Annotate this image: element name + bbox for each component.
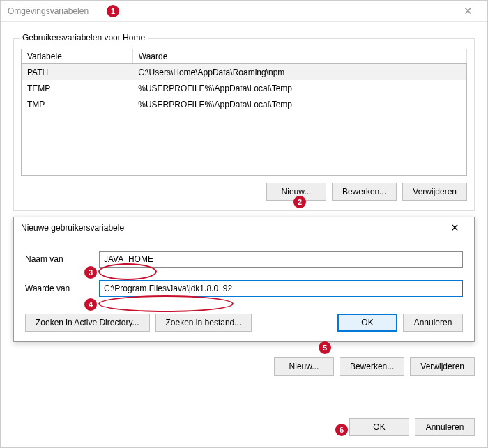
new-button[interactable]: Nieuw... xyxy=(266,183,326,201)
ok-button[interactable]: OK xyxy=(349,418,409,436)
cancel-button[interactable]: Annuleren xyxy=(415,418,475,436)
cell-var: TEMP xyxy=(22,80,133,96)
dialog-titlebar: Nieuwe gebruikersvariabele ✕ xyxy=(14,217,474,238)
cell-val: %USERPROFILE%\AppData\Local\Temp xyxy=(132,96,466,112)
delete-button[interactable]: Verwijderen xyxy=(402,183,467,201)
delete-button[interactable]: Verwijderen xyxy=(410,357,475,376)
name-field: Naam van xyxy=(25,251,463,268)
cell-val: %USERPROFILE%\AppData\Local\Temp xyxy=(132,80,466,96)
table-header: Variabele Waarde xyxy=(22,49,467,64)
edit-button[interactable]: Bewerken... xyxy=(340,357,404,376)
user-vars-table: Variabele Waarde PATH C:\Users\Home\AppD… xyxy=(21,49,467,176)
value-label: Waarde van xyxy=(25,284,99,293)
col-value[interactable]: Waarde xyxy=(132,49,466,64)
table-row[interactable]: TEMP %USERPROFILE%\AppData\Local\Temp xyxy=(22,80,467,96)
env-vars-window: Omgevingsvariabelen ✕ Gebruikersvariabel… xyxy=(0,0,488,448)
cell-var: PATH xyxy=(22,64,133,81)
user-vars-buttons: Nieuw... Bewerken... Verwijderen xyxy=(21,183,467,201)
titlebar: Omgevingsvariabelen ✕ xyxy=(1,1,487,22)
dialog-body: Naam van Waarde van Zoeken in Active Dir… xyxy=(14,238,474,341)
cell-var: TMP xyxy=(22,96,133,112)
variable-name-input[interactable] xyxy=(99,251,463,268)
table-row[interactable]: TMP %USERPROFILE%\AppData\Local\Temp xyxy=(22,96,467,112)
cell-val: C:\Users\Home\AppData\Roaming\npm xyxy=(132,64,466,81)
browse-directory-button[interactable]: Zoeken in Active Directory... xyxy=(25,314,150,332)
window-title: Omgevingsvariabelen xyxy=(8,6,454,16)
system-vars-buttons: Nieuw... Bewerken... Verwijderen xyxy=(13,355,475,376)
table-row xyxy=(22,113,467,176)
value-field: Waarde van xyxy=(25,280,463,297)
dialog-title: Nieuwe gebruikersvariabele xyxy=(21,223,441,233)
ok-button[interactable]: OK xyxy=(337,314,397,332)
variable-value-input[interactable] xyxy=(99,280,463,297)
browse-file-button[interactable]: Zoeken in bestand... xyxy=(155,314,252,332)
new-button[interactable]: Nieuw... xyxy=(274,357,334,376)
name-label: Naam van xyxy=(25,254,99,264)
new-user-var-dialog: Nieuwe gebruikersvariabele ✕ Naam van Wa… xyxy=(13,217,475,342)
col-variable[interactable]: Variabele xyxy=(22,49,133,64)
window-footer: OK Annuleren xyxy=(349,418,475,436)
cancel-button[interactable]: Annuleren xyxy=(403,314,463,332)
edit-button[interactable]: Bewerken... xyxy=(332,183,397,201)
close-icon[interactable]: ✕ xyxy=(441,219,468,237)
annotation-marker: 6 xyxy=(335,424,348,436)
user-vars-title: Gebruikersvariabelen voor Home xyxy=(20,33,148,43)
user-vars-group: Gebruikersvariabelen voor Home Variabele… xyxy=(13,38,475,211)
close-icon[interactable]: ✕ xyxy=(454,2,482,20)
dialog-buttons: Zoeken in Active Directory... Zoeken in … xyxy=(25,314,463,332)
table-row[interactable]: PATH C:\Users\Home\AppData\Roaming\npm xyxy=(22,64,467,81)
